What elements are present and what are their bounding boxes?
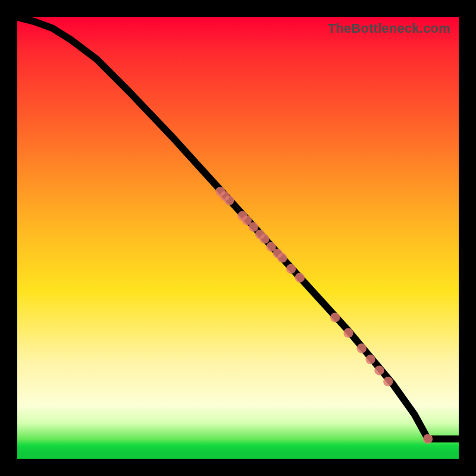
data-point bbox=[259, 234, 269, 243]
data-point bbox=[383, 377, 393, 386]
data-point bbox=[330, 312, 340, 322]
data-point bbox=[374, 365, 384, 375]
data-point bbox=[357, 343, 367, 353]
data-point bbox=[295, 273, 305, 283]
bottleneck-curve bbox=[17, 17, 459, 439]
plot-area: TheBottleneck.com bbox=[17, 17, 459, 459]
data-point bbox=[423, 434, 433, 443]
chart-frame: TheBottleneck.com bbox=[0, 0, 476, 476]
data-point bbox=[224, 196, 234, 205]
data-point bbox=[249, 222, 258, 231]
data-point bbox=[277, 253, 287, 262]
data-point bbox=[286, 264, 296, 274]
data-point bbox=[365, 355, 375, 364]
chart-svg bbox=[17, 17, 459, 459]
data-point bbox=[343, 328, 353, 337]
